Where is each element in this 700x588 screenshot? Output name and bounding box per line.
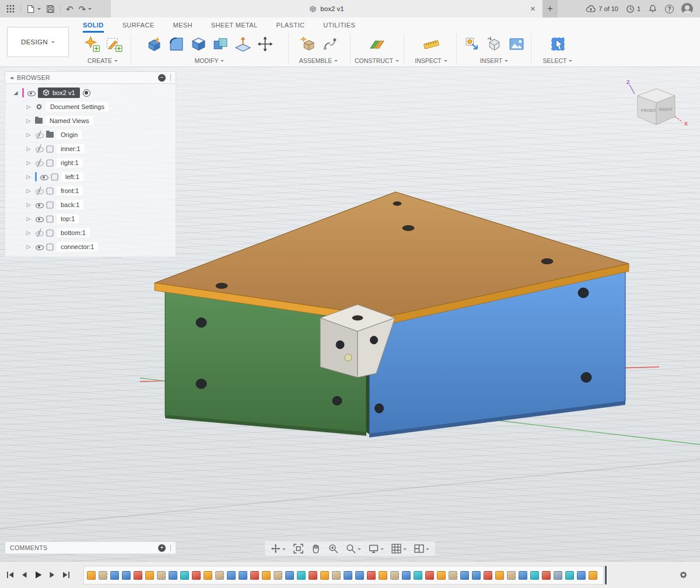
create-sketch-icon[interactable] [81,33,102,54]
timeline-feature[interactable] [134,571,142,580]
expand-arrow-icon[interactable]: ◢ [12,90,19,96]
file-menu[interactable] [26,5,41,13]
grid-and-snaps-tool[interactable] [391,544,407,554]
expand-arrow-icon[interactable]: ▷ [25,118,32,124]
browser-header[interactable]: ◂◂ BROWSER − [5,71,176,84]
timeline-feature[interactable] [285,571,294,580]
timeline-feature[interactable] [460,571,469,580]
browser-row-right[interactable]: ▷ right:1 [5,156,176,170]
visibility-eye-icon[interactable] [35,187,43,195]
viewports-tool[interactable] [414,544,429,554]
tab-surface[interactable]: SURFACE [123,22,155,33]
avatar[interactable] [681,3,693,15]
visibility-eye-icon[interactable] [35,131,43,139]
undo-icon[interactable]: ↶ [66,5,74,13]
timeline-feature[interactable] [180,571,189,580]
browser-row-origin[interactable]: ▷ Origin [5,128,176,142]
save-icon[interactable] [46,5,55,13]
insert-derive-icon[interactable] [461,33,482,54]
activate-component-icon[interactable] [83,89,90,97]
help-button[interactable]: ? [665,5,674,13]
press-pull-icon[interactable] [144,33,164,54]
expand-arrow-icon[interactable]: ▷ [25,244,32,250]
timeline-feature[interactable] [274,571,282,580]
tab-utilities[interactable]: UTILITIES [323,22,355,33]
timeline-feature[interactable] [589,571,597,580]
timeline-feature[interactable] [530,571,539,580]
timeline-feature[interactable] [414,571,422,580]
timeline-feature[interactable] [332,571,341,580]
panel-grip[interactable] [170,544,171,551]
visibility-eye-icon[interactable] [35,145,43,153]
browser-row-left[interactable]: ▷ left:1 [5,170,176,184]
combine-icon[interactable] [210,33,231,54]
timeline-feature[interactable] [87,571,96,580]
create-solid-icon[interactable] [103,33,124,54]
timeline-feature[interactable] [437,571,446,580]
timeline-feature[interactable] [402,571,411,580]
timeline-feature[interactable] [379,571,387,580]
insert-mesh-icon[interactable] [484,33,505,54]
browser-row-back[interactable]: ▷ back:1 [5,198,176,212]
browser-row-front[interactable]: ▷ front:1 [5,184,176,198]
visibility-eye-icon[interactable] [27,89,35,97]
select-icon[interactable] [547,33,568,54]
timeline-feature[interactable] [239,571,247,580]
comments-header[interactable]: COMMENTS + [5,541,176,554]
fillet-icon[interactable] [166,33,187,54]
expand-arrow-icon[interactable]: ▷ [25,132,32,138]
expand-arrow-icon[interactable]: ▷ [25,202,32,208]
orbit-tool[interactable] [311,544,321,554]
timeline-feature[interactable] [99,571,107,580]
timeline-feature[interactable] [577,571,586,580]
timeline-feature[interactable] [122,571,131,580]
expand-arrow-icon[interactable]: ▷ [25,216,32,222]
shell-icon[interactable] [188,33,209,54]
timeline-feature[interactable] [542,571,551,580]
insert-menu[interactable]: INSERT [480,57,508,65]
timeline-feature[interactable] [355,571,364,580]
collapse-panel-icon[interactable]: ◂◂ [10,75,12,80]
timeline-feature[interactable] [192,571,201,580]
tab-plastic[interactable]: PLASTIC [276,22,305,33]
expand-arrow-icon[interactable]: ▷ [25,104,32,110]
construct-plane-icon[interactable] [366,33,387,54]
assemble-menu[interactable]: ASSEMBLE [299,57,338,65]
create-menu[interactable]: CREATE [88,57,118,65]
timeline-feature[interactable] [297,571,306,580]
timeline-feature[interactable] [484,571,492,580]
new-component-icon[interactable] [297,33,318,54]
inspect-menu[interactable]: INSPECT [415,57,447,65]
modify-menu[interactable]: MODIFY [195,57,225,65]
browser-row-top[interactable]: ▷ top:1 [5,212,176,226]
timeline-feature[interactable] [215,571,224,580]
timeline-feature[interactable] [157,571,166,580]
document-tab[interactable]: box2 v1 ✕ [111,0,542,18]
root-component-badge[interactable]: box2 v1 [38,88,80,98]
browser-row-document-settings[interactable]: ▷ Document Settings [5,100,176,114]
visibility-eye-icon[interactable] [35,243,43,251]
step-back-icon[interactable] [20,570,29,579]
add-comment-icon[interactable]: + [158,544,166,552]
app-grid-icon[interactable] [6,4,15,13]
timeline-feature[interactable] [425,571,434,580]
go-to-end-icon[interactable] [62,570,71,579]
timeline-feature[interactable] [565,571,574,580]
timeline-feature[interactable] [145,571,154,580]
timeline-feature[interactable] [554,571,562,580]
browser-row-root[interactable]: ◢ box2 v1 [5,86,176,100]
tab-mesh[interactable]: MESH [173,22,192,33]
browser-row-connector[interactable]: ▷ connector:1 [5,240,176,254]
expand-arrow-icon[interactable]: ▷ [25,160,32,166]
fit-tool[interactable] [293,544,303,554]
tab-solid[interactable]: SOLID [83,22,104,33]
timeline-feature[interactable] [519,571,527,580]
expand-arrow-icon[interactable]: ▷ [25,230,32,236]
zoom-window-tool[interactable] [346,544,361,554]
visibility-eye-icon[interactable] [35,201,43,209]
play-icon[interactable] [34,570,43,579]
timeline-feature[interactable] [507,571,516,580]
joint-icon[interactable] [319,33,340,54]
select-menu[interactable]: SELECT [543,57,573,65]
timeline-feature[interactable] [309,571,317,580]
